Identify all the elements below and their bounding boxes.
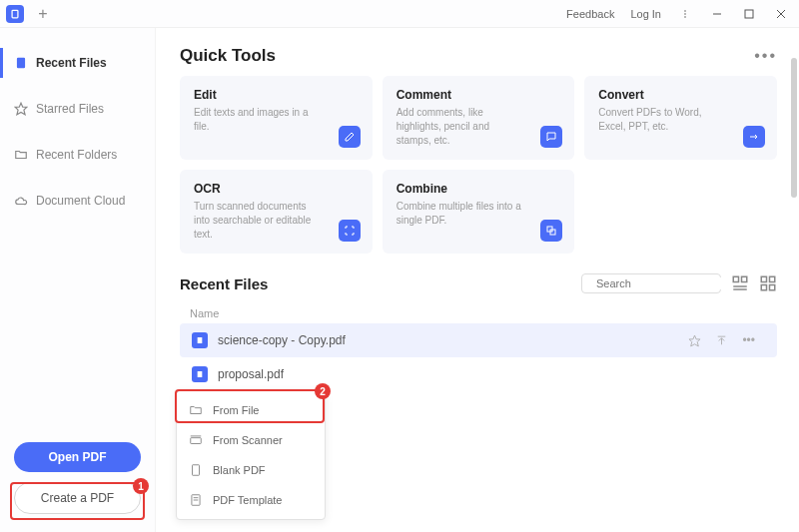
- sidebar-item-label: Recent Folders: [36, 148, 117, 162]
- quick-tools-grid: Edit Edit texts and images in a file. Co…: [180, 76, 777, 254]
- svg-rect-15: [742, 276, 747, 281]
- svg-marker-23: [689, 335, 700, 346]
- menu-item-blank-pdf[interactable]: Blank PDF: [177, 455, 325, 485]
- tool-title: Combine: [397, 182, 561, 196]
- svg-rect-14: [733, 276, 738, 281]
- svg-rect-26: [191, 438, 202, 444]
- minimize-button[interactable]: [705, 3, 729, 25]
- tool-desc: Turn scanned documents into searchable o…: [194, 200, 324, 242]
- menu-item-label: From File: [213, 404, 259, 416]
- file-row[interactable]: proposal.pdf: [180, 357, 777, 391]
- tool-card-ocr[interactable]: OCR Turn scanned documents into searchab…: [180, 170, 373, 254]
- tool-title: Convert: [598, 88, 763, 102]
- pdf-icon: [192, 332, 208, 348]
- menu-item-from-file[interactable]: From File: [177, 395, 325, 425]
- tool-card-convert[interactable]: Convert Convert PDFs to Word, Excel, PPT…: [584, 76, 777, 160]
- more-icon[interactable]: •••: [742, 333, 755, 347]
- feedback-link[interactable]: Feedback: [562, 6, 618, 22]
- quick-tools-heading: Quick Tools: [180, 46, 276, 66]
- tool-title: Comment: [397, 88, 561, 102]
- comment-icon: [540, 126, 562, 148]
- upload-icon[interactable]: [715, 333, 728, 347]
- sidebar-item-recent-files[interactable]: Recent Files: [0, 48, 155, 78]
- more-icon[interactable]: •••: [754, 47, 777, 65]
- titlebar: + Feedback Log In: [0, 0, 799, 28]
- menu-item-label: Blank PDF: [213, 464, 266, 476]
- app-logo: [6, 5, 24, 23]
- svg-rect-0: [12, 10, 18, 18]
- sidebar-item-label: Document Cloud: [36, 194, 125, 208]
- sidebar-item-starred-files[interactable]: Starred Files: [0, 94, 155, 124]
- svg-rect-19: [770, 276, 775, 281]
- svg-rect-5: [745, 10, 753, 18]
- svg-rect-20: [761, 285, 766, 290]
- edit-icon: [339, 126, 361, 148]
- tool-desc: Edit texts and images in a file.: [194, 106, 324, 134]
- folder-icon: [189, 403, 203, 417]
- svg-rect-18: [761, 276, 766, 281]
- star-icon[interactable]: [688, 333, 701, 347]
- login-link[interactable]: Log In: [626, 6, 665, 22]
- open-pdf-button[interactable]: Open PDF: [14, 442, 141, 472]
- folder-icon: [14, 148, 28, 162]
- menu-item-label: PDF Template: [213, 494, 283, 506]
- recent-files-heading: Recent Files: [180, 275, 268, 292]
- tool-desc: Convert PDFs to Word, Excel, PPT, etc.: [598, 106, 728, 134]
- sidebar: Recent Files Starred Files Recent Folder…: [0, 28, 156, 532]
- star-icon: [14, 102, 28, 116]
- search-input[interactable]: [596, 277, 734, 289]
- menu-item-from-scanner[interactable]: From Scanner: [177, 425, 325, 455]
- tool-card-combine[interactable]: Combine Combine multiple files into a si…: [383, 170, 575, 254]
- svg-point-3: [684, 16, 686, 18]
- column-header-name: Name: [180, 303, 777, 323]
- menu-item-pdf-template[interactable]: PDF Template: [177, 485, 325, 515]
- cloud-icon: [14, 194, 28, 208]
- file-name: science-copy - Copy.pdf: [218, 333, 678, 347]
- svg-rect-22: [198, 337, 203, 343]
- tool-card-comment[interactable]: Comment Add comments, like highlights, p…: [383, 76, 575, 160]
- blank-page-icon: [189, 463, 203, 477]
- tool-desc: Add comments, like highlights, pencil an…: [397, 106, 526, 148]
- main-area: Recent Files Starred Files Recent Folder…: [0, 28, 799, 532]
- scanner-icon: [189, 433, 203, 447]
- sidebar-item-label: Recent Files: [36, 56, 107, 70]
- svg-rect-8: [17, 58, 25, 69]
- ocr-icon: [339, 220, 361, 242]
- svg-marker-9: [15, 103, 27, 115]
- svg-rect-24: [198, 371, 203, 377]
- combine-icon: [540, 220, 562, 242]
- create-pdf-button[interactable]: Create a PDF: [14, 482, 141, 514]
- svg-point-1: [684, 10, 686, 12]
- scrollbar[interactable]: [791, 58, 797, 198]
- convert-icon: [743, 126, 765, 148]
- template-icon: [189, 493, 203, 507]
- grid-view-button[interactable]: [759, 274, 777, 292]
- file-name: proposal.pdf: [218, 367, 765, 381]
- create-pdf-menu: 2 From File From Scanner Blank PDF PDF T…: [176, 390, 326, 520]
- svg-rect-28: [193, 465, 200, 476]
- pdf-icon: [192, 366, 208, 382]
- tool-desc: Combine multiple files into a single PDF…: [397, 200, 526, 228]
- tool-title: Edit: [194, 88, 359, 102]
- maximize-button[interactable]: [737, 3, 761, 25]
- sidebar-item-label: Starred Files: [36, 102, 104, 116]
- new-tab-button[interactable]: +: [32, 3, 54, 25]
- kebab-menu-icon[interactable]: [673, 3, 697, 25]
- tool-card-edit[interactable]: Edit Edit texts and images in a file.: [180, 76, 373, 160]
- close-button[interactable]: [769, 3, 793, 25]
- list-view-button[interactable]: [731, 274, 749, 292]
- file-icon: [14, 56, 28, 70]
- svg-rect-21: [770, 285, 775, 290]
- sidebar-item-recent-folders[interactable]: Recent Folders: [0, 140, 155, 170]
- sidebar-item-document-cloud[interactable]: Document Cloud: [0, 186, 155, 216]
- file-row[interactable]: science-copy - Copy.pdf •••: [180, 323, 777, 357]
- svg-point-2: [684, 13, 686, 15]
- search-input-wrapper[interactable]: [581, 273, 721, 293]
- menu-item-label: From Scanner: [213, 434, 283, 446]
- tool-title: OCR: [194, 182, 359, 196]
